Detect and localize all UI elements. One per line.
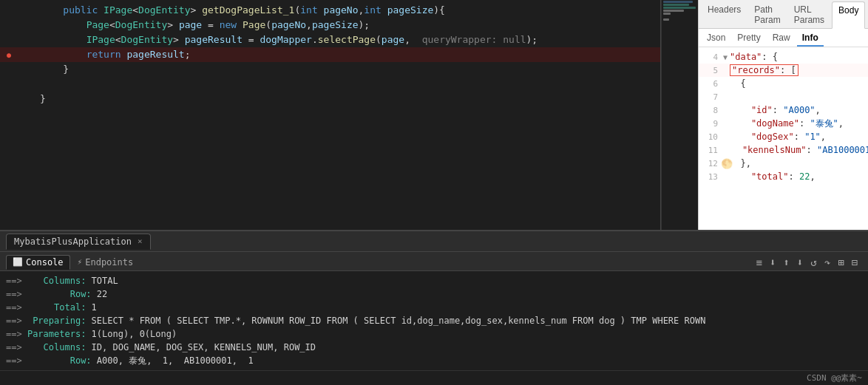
json-line: 4 ▼ "data": { [699, 50, 868, 64]
code-line: IPage<DogEntity> pageResult = dogMapper.… [0, 33, 660, 47]
endpoints-icon: ⚡ [78, 257, 83, 267]
tab-json[interactable]: Json [702, 30, 730, 47]
console-line: ==> Total: 1 [6, 301, 862, 314]
console-output: ==> Columns: TOTAL ==> Row: 22 ==> Total… [0, 271, 868, 370]
json-line-records: 5 "records": [ [699, 64, 868, 77]
console-line: ==> Preparing: SELECT * FROM ( SELECT TM… [6, 314, 862, 327]
toolbar-btn-rotate[interactable]: ↺ [809, 255, 818, 270]
toolbar-btn-down[interactable]: ⬇ [796, 255, 804, 270]
console-line: ==> Parameters: 1(Long), 0(Long) [6, 327, 862, 341]
close-icon[interactable]: × [138, 236, 143, 246]
response-top-tabs: Headers Path Param URL Params Body [699, 0, 868, 29]
json-line: 8 "id": "A000", [699, 103, 868, 117]
response-panel: Headers Path Param URL Params Body Json … [698, 0, 868, 230]
json-line: 12 🌕 }, [699, 157, 868, 170]
bottom-toolbar: ≡ ⬇ ⬆ ⬇ ↺ ↷ ⊞ ⊟ [752, 255, 863, 270]
endpoints-tab-label: Endpoints [85, 257, 133, 268]
toolbar-btn-up[interactable]: ⬆ [781, 255, 790, 270]
code-line: } [0, 92, 660, 106]
json-line: 9 "dogName": "泰兔", [699, 117, 868, 130]
toolbar-btn-1[interactable]: ≡ [755, 255, 764, 270]
code-line [0, 77, 660, 92]
toolbar-btn-list[interactable]: ⊟ [850, 255, 859, 270]
console-line: ==> Row: A000, 泰兔, 1, AB1000001, 1 [6, 354, 862, 367]
tab-endpoints[interactable]: ⚡ Endpoints [72, 256, 140, 269]
code-minimap [661, 0, 698, 230]
tab-path-param[interactable]: Path Param [748, 1, 786, 28]
tab-info[interactable]: Info [797, 30, 824, 47]
toolbar-btn-download[interactable]: ⬇ [768, 255, 777, 270]
tab-url-params[interactable]: URL Params [788, 1, 830, 28]
response-second-tabs: Json Pretty Raw Info [699, 29, 868, 47]
code-line-highlighted: ● return pageResult; [0, 47, 660, 62]
app-tab[interactable]: MybatisPlusApplication × [6, 234, 151, 250]
app-tab-label: MybatisPlusApplication [14, 236, 132, 247]
json-line: 7 [699, 90, 868, 103]
status-text: CSDN @@素素~ [807, 372, 862, 384]
console-line: ==> Columns: ID, DOG_NAME, DOG_SEX, KENN… [6, 341, 862, 354]
code-line: public IPage<DogEntity> getDogPageList_1… [0, 3, 660, 18]
tab-body[interactable]: Body [832, 1, 865, 29]
console-line: ==> Row: 22 [6, 287, 862, 301]
json-line: 10 "dogSex": "1", [699, 130, 868, 143]
console-icon: ⬜ [13, 257, 23, 267]
code-editor: public IPage<DogEntity> getDogPageList_1… [0, 0, 661, 230]
code-line: Page<DogEntity> page = new Page(pageNo,p… [0, 18, 660, 33]
bottom-panel: MybatisPlusApplication × ⬜ Console ⚡ End… [0, 230, 868, 385]
json-line: 13 "total": 22, [699, 170, 868, 183]
tab-raw[interactable]: Raw [767, 30, 796, 47]
bottom-tabs-bar: MybatisPlusApplication × [0, 231, 868, 252]
json-line: 6 { [699, 77, 868, 90]
records-highlight-box: "records": [ [730, 64, 799, 76]
console-tab-label: Console [26, 257, 64, 268]
bottom-inner-tabs: ⬜ Console ⚡ Endpoints ≡ ⬇ ⬆ ⬇ ↺ ↷ ⊞ ⊟ [0, 252, 868, 271]
tab-console[interactable]: ⬜ Console [6, 255, 70, 270]
json-line: 11 "kennelsNum": "AB1000001 [699, 143, 868, 157]
code-line: } [0, 62, 660, 77]
tab-pretty[interactable]: Pretty [732, 30, 765, 47]
toolbar-btn-grid[interactable]: ⊞ [836, 255, 845, 270]
response-json-content: 4 ▼ "data": { 5 "records": [ 6 { 7 [699, 47, 868, 230]
console-line: ==> Columns: TOTAL [6, 274, 862, 287]
bottom-status-bar: CSDN @@素素~ [0, 370, 868, 385]
tab-headers[interactable]: Headers [702, 1, 747, 28]
toolbar-btn-next[interactable]: ↷ [823, 255, 832, 270]
